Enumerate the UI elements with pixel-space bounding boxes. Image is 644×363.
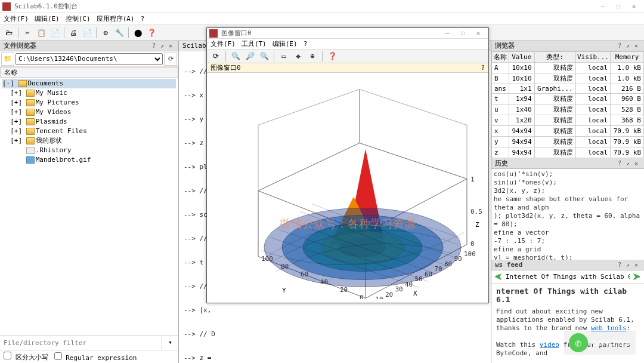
toolbar-button[interactable]: ✂ [21,26,34,39]
pin-icon[interactable]: ↗ [624,160,632,167]
maximize-button[interactable]: ☐ [611,2,626,10]
toolbar-button[interactable]: ⬤ [131,26,144,39]
history-item[interactable]: cos(u)'*sin(v); [494,170,642,179]
history-item[interactable]: efine a grid [494,245,642,254]
pin-icon[interactable]: ↗ [624,42,632,49]
toolbar-button[interactable]: 📄 [80,26,94,39]
history-list[interactable]: cos(u)'*sin(v);sin(u)'*ones(v);3d2(x, y,… [491,169,644,260]
tree-node[interactable]: [+] Plasmids [2,117,176,127]
toolbar-button[interactable]: ❓ [326,50,339,63]
refresh-button[interactable]: ⟳ [164,53,177,66]
column-header[interactable]: Value [509,52,534,63]
menu-item[interactable]: 文件(F) [208,39,238,49]
file-browser-header[interactable]: 文件浏览器 ? ↗ ✕ [0,41,178,51]
path-dropdown[interactable]: C:\Users\13246\Documents\ [16,53,163,65]
graphics-tab[interactable]: 图像窗口0 ? [207,63,488,73]
table-row[interactable]: x94x94双精度local70.9 kB [492,126,644,137]
toolbar-button[interactable]: ⚙ [99,26,112,39]
column-header[interactable]: 类型: [534,52,575,63]
case-sensitive-checkbox[interactable]: 区分大小写 [4,352,48,362]
gw-minimize-button[interactable]: — [439,29,455,37]
graphics-help-icon[interactable]: ? [481,64,485,72]
minimize-button[interactable]: — [595,2,611,10]
toolbar-button[interactable]: ▭ [277,50,290,63]
folder-up-button[interactable]: 📁 [1,53,14,66]
news-headline-field[interactable] [506,273,630,281]
filter-toggle-button[interactable]: ▾ [162,336,178,350]
close-button[interactable]: ✕ [626,2,642,10]
news-next-button[interactable]: ⮞ [631,272,643,282]
file-tree[interactable]: [-] Documents [+] My Music [+] My Pictur… [0,78,178,336]
tree-node[interactable]: [+] 我的形状 [2,136,176,146]
pin-icon[interactable]: ↗ [624,262,632,268]
menu-item[interactable]: 工具(T) [239,39,269,49]
tree-node[interactable]: [+] Tencent Files [2,127,176,136]
column-header[interactable]: Memory [611,52,644,63]
table-row[interactable]: y94x94双精度local70.9 kB [492,137,644,147]
close-panel-icon[interactable]: ✕ [632,42,640,49]
toolbar-button[interactable]: ✥ [292,50,305,63]
table-row[interactable]: u1x40双精度local528 B [492,104,644,115]
column-header[interactable]: Visib... [575,52,610,63]
tree-node[interactable]: [+] My Music [2,88,176,98]
toolbar-button[interactable]: 🔍 [229,50,242,63]
video-link[interactable]: video [540,341,559,349]
history-item[interactable]: sin(u)'*ones(v); [494,179,642,187]
menu-item[interactable]: 控制(C) [63,14,93,24]
toolbar-button[interactable]: 📋 [35,26,48,39]
close-panel-icon[interactable]: ✕ [166,42,175,49]
toolbar-button[interactable]: 🔍 [258,50,271,63]
menu-item[interactable]: 编辑(E) [270,39,300,49]
menu-item[interactable]: ? [138,14,147,23]
tree-node[interactable]: [+] My Videos [2,107,176,117]
graphics-window[interactable]: 图像窗口0 — ☐ ✕ 文件(F)工具(T)编辑(E)? ⟳🔍🔎🔍▭✥⊕❓ 图像… [206,27,489,303]
pin-icon[interactable]: ↗ [158,42,166,49]
undock-icon[interactable]: ? [615,262,624,268]
svg-text:60: 60 [425,270,432,278]
table-row[interactable]: z94x94双精度local70.9 kB [492,147,644,158]
file-column-header[interactable]: 名称 [0,67,178,78]
news-prev-button[interactable]: ⮜ [493,272,504,282]
variable-browser-panel: 浏览器 ? ↗ ✕ 名称Value类型:Visib...MemoryA10x10… [491,41,644,158]
table-row[interactable]: B10x10双精度local1.0 kB [492,73,644,84]
menu-item[interactable]: 文件(F) [1,14,31,24]
close-panel-icon[interactable]: ✕ [632,160,640,167]
menu-item[interactable]: 应用程序(A) [94,14,137,24]
tree-node[interactable]: Mandelbrot.gif [2,155,176,165]
undock-icon[interactable]: ? [615,160,624,167]
history-item[interactable]: ); plot3d2(x, y, z, theta = 60, alpha = … [494,212,642,229]
menu-item[interactable]: ? [301,39,310,48]
table-row[interactable]: v1x20双精度local368 B [492,115,644,126]
history-item[interactable]: he same shape but other values for theta… [494,195,642,212]
toolbar-button[interactable]: 🖨 [67,26,80,39]
tree-node[interactable]: [+] My Pictures [2,98,176,107]
gw-close-button[interactable]: ✕ [470,29,486,37]
toolbar-button[interactable]: 📄 [48,26,61,39]
table-row[interactable]: ans1x1Graphi...local216 B [492,84,644,94]
column-header[interactable]: 名称 [492,52,509,63]
variable-table[interactable]: 名称Value类型:Visib...MemoryA10x10双精度local1.… [491,51,644,158]
toolbar-button[interactable]: ❓ [145,26,158,39]
toolbar-button[interactable]: ⊕ [306,50,319,63]
close-panel-icon[interactable]: ✕ [632,262,640,268]
tree-node[interactable]: [-] Documents [2,79,176,88]
history-item[interactable]: 3d2(x, y, z); [494,187,642,195]
graphics-titlebar[interactable]: 图像窗口0 — ☐ ✕ [207,28,488,39]
toolbar-button[interactable]: 🔧 [113,26,126,39]
regex-checkbox[interactable]: Regular expression [54,352,137,362]
file-filter-input[interactable] [0,336,162,350]
gw-maximize-button[interactable]: ☐ [455,29,470,37]
menu-item[interactable]: 编辑(E) [32,14,62,24]
toolbar-button[interactable]: 🗁 [2,26,16,39]
table-row[interactable]: A10x10双精度local1.0 kB [492,63,644,73]
toolbar-button[interactable]: ⟳ [209,50,222,63]
tree-node[interactable]: .Rhistory [2,146,176,155]
table-row[interactable]: t1x94双精度local960 B [492,94,644,104]
svg-text:70: 70 [435,265,442,273]
undock-icon[interactable]: ? [150,42,158,49]
toolbar-button[interactable]: 🔎 [243,50,256,63]
history-item[interactable]: -7 : .15 : 7; [494,237,642,245]
plot-area[interactable]: 微信公众号：各种学习资源 [207,73,488,303]
undock-icon[interactable]: ? [615,42,624,49]
history-item[interactable]: efine a vector [494,229,642,237]
